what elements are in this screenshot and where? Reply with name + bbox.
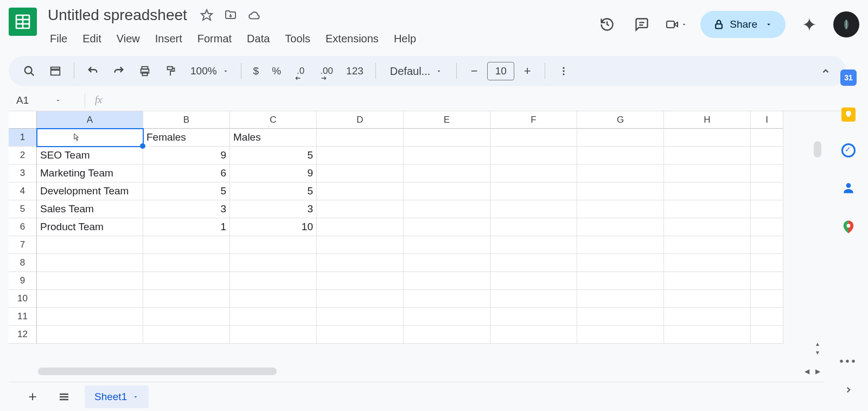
cell-B11[interactable] [143, 308, 230, 326]
cell-I9[interactable] [751, 272, 783, 290]
cell-D9[interactable] [317, 272, 404, 290]
column-header-I[interactable]: I [751, 111, 783, 129]
row-header-9[interactable]: 9 [9, 272, 37, 290]
horizontal-scrollbar[interactable] [38, 368, 277, 375]
cell-G5[interactable] [577, 200, 664, 218]
cell-E8[interactable] [404, 254, 490, 272]
cloud-status-icon[interactable] [246, 7, 263, 24]
currency-button[interactable]: $ [249, 65, 264, 77]
cell-A9[interactable] [37, 272, 143, 290]
cell-I2[interactable] [751, 147, 783, 165]
cell-F4[interactable] [490, 182, 577, 200]
redo-icon[interactable] [108, 60, 130, 82]
cell-I8[interactable] [751, 254, 783, 272]
cell-A11[interactable] [37, 308, 143, 326]
account-avatar[interactable] [833, 11, 859, 37]
cell-G2[interactable] [577, 147, 664, 165]
decrease-font-button[interactable]: − [464, 61, 484, 81]
cell-G1[interactable] [577, 129, 664, 147]
cell-F9[interactable] [490, 272, 577, 290]
meet-button[interactable] [666, 14, 687, 35]
cell-I7[interactable] [751, 236, 783, 254]
cell-H2[interactable] [664, 147, 751, 165]
search-icon[interactable] [18, 60, 40, 82]
menu-view[interactable]: View [110, 29, 146, 48]
cell-B2[interactable]: 9 [143, 147, 230, 165]
column-header-C[interactable]: C [230, 111, 317, 129]
cell-B12[interactable] [143, 326, 230, 344]
cell-C10[interactable] [230, 290, 317, 308]
history-icon[interactable] [596, 14, 618, 35]
horizontal-scroll-arrows[interactable]: ◀▶ [802, 368, 822, 375]
cell-G3[interactable] [577, 165, 664, 182]
all-sheets-button[interactable] [53, 386, 75, 408]
cell-C2[interactable]: 5 [230, 147, 317, 165]
name-box[interactable]: A1 [9, 94, 79, 106]
cell-H12[interactable] [664, 326, 751, 344]
cell-A5[interactable]: Sales Team [37, 200, 143, 218]
column-header-E[interactable]: E [404, 111, 490, 129]
gemini-icon[interactable] [799, 14, 820, 35]
cell-B5[interactable]: 3 [143, 200, 230, 218]
cell-I4[interactable] [751, 182, 783, 200]
comments-icon[interactable] [631, 14, 653, 35]
row-header-10[interactable]: 10 [9, 290, 37, 308]
cell-C1[interactable]: Males [230, 129, 317, 147]
cell-D5[interactable] [317, 200, 404, 218]
row-header-12[interactable]: 12 [9, 326, 37, 344]
row-header-1[interactable]: 1 [9, 129, 37, 147]
cell-I6[interactable] [751, 218, 783, 236]
vertical-scroll-arrows[interactable]: ▲▼ [814, 339, 821, 357]
cell-A7[interactable] [37, 236, 143, 254]
menu-data[interactable]: Data [240, 29, 276, 48]
print-icon[interactable] [134, 60, 156, 82]
cell-H4[interactable] [664, 182, 751, 200]
tasks-icon[interactable] [841, 143, 856, 157]
cell-B1[interactable]: Females [143, 129, 230, 147]
cell-A4[interactable]: Development Team [37, 182, 143, 200]
undo-icon[interactable] [82, 60, 104, 82]
cell-G10[interactable] [577, 290, 664, 308]
cell-C3[interactable]: 9 [230, 165, 317, 182]
cell-H7[interactable] [664, 236, 751, 254]
cell-I5[interactable] [751, 200, 783, 218]
add-sheet-button[interactable]: + [22, 386, 43, 408]
cell-H1[interactable] [664, 129, 751, 147]
row-header-4[interactable]: 4 [9, 182, 37, 200]
cell-E9[interactable] [404, 272, 490, 290]
cell-D6[interactable] [317, 218, 404, 236]
number-format-button[interactable]: 123 [342, 65, 368, 77]
cell-B6[interactable]: 1 [143, 218, 230, 236]
cell-F3[interactable] [490, 165, 577, 182]
cell-I10[interactable] [751, 290, 783, 308]
cell-E11[interactable] [404, 308, 490, 326]
cell-E7[interactable] [404, 236, 490, 254]
cell-A1[interactable] [37, 129, 143, 147]
vertical-scrollbar[interactable] [814, 141, 821, 157]
row-header-5[interactable]: 5 [9, 200, 37, 218]
keep-icon[interactable] [841, 108, 856, 122]
fill-handle[interactable] [140, 143, 145, 149]
cell-F5[interactable] [490, 200, 577, 218]
column-header-A[interactable]: A [37, 111, 143, 129]
cell-F7[interactable] [490, 236, 577, 254]
cell-C9[interactable] [230, 272, 317, 290]
sheets-logo[interactable] [9, 8, 37, 36]
sheet-tab-active[interactable]: Sheet1 [85, 385, 149, 408]
cell-I1[interactable] [751, 129, 783, 147]
cell-I12[interactable] [751, 326, 783, 344]
cell-C5[interactable]: 3 [230, 200, 317, 218]
row-header-7[interactable]: 7 [9, 236, 37, 254]
cell-G12[interactable] [577, 326, 664, 344]
cell-A6[interactable]: Product Team [37, 218, 143, 236]
percent-button[interactable]: % [267, 65, 285, 77]
menu-tools[interactable]: Tools [278, 29, 317, 48]
calendar-icon[interactable]: 31 [840, 69, 857, 86]
menu-help[interactable]: Help [387, 29, 423, 48]
row-header-11[interactable]: 11 [9, 308, 37, 326]
cell-C12[interactable] [230, 326, 317, 344]
cell-A2[interactable]: SEO Team [37, 147, 143, 165]
cell-C4[interactable]: 5 [230, 182, 317, 200]
cell-I3[interactable] [751, 165, 783, 182]
maps-icon[interactable] [840, 218, 857, 236]
